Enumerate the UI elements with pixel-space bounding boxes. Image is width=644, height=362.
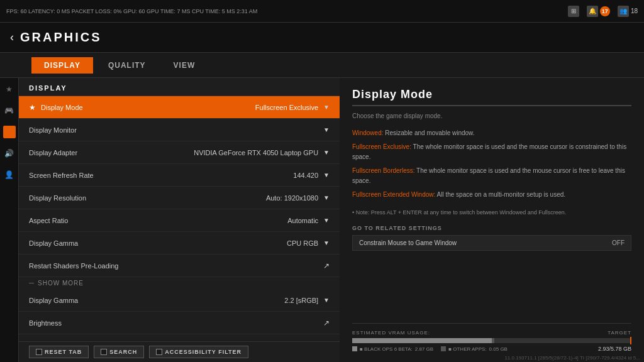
- vram-other-value: 0.05 GB: [489, 346, 508, 352]
- vram-other-dot: [441, 346, 446, 351]
- bell-badge: 17: [600, 6, 610, 16]
- header: ‹ GRAPHICS: [0, 23, 644, 53]
- fullscreen-extended-label: Fullscreen Extended Window:: [352, 191, 435, 198]
- vram-black-ops-label: ■ BLACK OPS 6 BETA:: [360, 346, 413, 352]
- settings-bottom: RESET TABSEARCHACCESSIBILITY FILTER: [19, 341, 340, 362]
- settings-row-label: Display Gamma: [29, 239, 287, 247]
- settings-row-label: Display Mode: [41, 104, 255, 111]
- main-content: ★🎮✏🔊👤 DISPLAY ★Display ModeFullscreen Ex…: [0, 78, 644, 362]
- vram-target-label: TARGET: [608, 330, 631, 336]
- tab-view[interactable]: VIEW: [161, 57, 208, 74]
- fullscreen-exclusive-label: Fullscreen Exclusive:: [352, 143, 411, 150]
- settings-row[interactable]: Display Monitor▼: [19, 119, 340, 141]
- accessibility-button[interactable]: ACCESSIBILITY FILTER: [149, 346, 248, 358]
- star-icon: ★: [29, 103, 36, 112]
- action-icon[interactable]: ↗: [323, 261, 330, 270]
- settings-row[interactable]: Display AdapterNVIDIA GeForce RTX 4050 L…: [19, 141, 340, 164]
- settings-row[interactable]: Screen Refresh Rate144.420▼: [19, 164, 340, 187]
- top-bar-right: ⊞ 🔔 17 👥 18: [568, 6, 638, 17]
- accessibility-checkbox: [156, 349, 162, 355]
- section-title: DISPLAY: [19, 78, 340, 96]
- vram-legend: ■ BLACK OPS 6 BETA: 2.87 GB ■ OTHER APPS…: [352, 346, 631, 352]
- reset-button[interactable]: RESET TAB: [29, 346, 89, 358]
- info-title: Display Mode: [352, 88, 631, 106]
- fullscreen-extended-desc: Fullscreen Extended Window: All the spac…: [352, 190, 631, 200]
- windowed-label: Windowed:: [352, 129, 383, 136]
- vram-estimated-label: ESTIMATED VRAM USAGE:: [352, 330, 430, 336]
- search-checkbox: [101, 349, 107, 355]
- related-row[interactable]: Constrain Mouse to Game WindowOFF: [352, 235, 631, 251]
- tab-quality[interactable]: QUALITY: [96, 57, 158, 74]
- settings-row-value: CPU RGB: [287, 239, 318, 247]
- version-text: 11.0.193711.1 [285/5(28/72-1)-4] TI [290…: [501, 354, 644, 362]
- vram-fill-other: [492, 338, 494, 343]
- settings-row[interactable]: ★Display ModeFullscreen Exclusive▼: [19, 96, 340, 119]
- vram-other-item: ■ OTHER APPS: 0.05 GB: [441, 346, 508, 352]
- sidebar-icons: ★🎮✏🔊👤: [0, 78, 19, 362]
- vram-fill-black-ops: [352, 338, 492, 343]
- settings-row-label: Restart Shaders Pre-Loading: [29, 262, 323, 270]
- sidebar-icon-star[interactable]: ★: [3, 83, 16, 96]
- dropdown-arrow-icon: ▼: [323, 149, 330, 156]
- sidebar-icon-sound[interactable]: 🔊: [3, 147, 16, 160]
- settings-row-label: Display Adapter: [29, 149, 194, 156]
- bell-icon[interactable]: 🔔: [587, 6, 598, 17]
- fullscreen-borderless-desc: Fullscreen Borderless: The whole monitor…: [352, 166, 631, 186]
- fullscreen-borderless-label: Fullscreen Borderless:: [352, 167, 414, 174]
- settings-row-value: Auto: 1920x1080: [266, 194, 318, 202]
- vram-labels: ESTIMATED VRAM USAGE: TARGET: [352, 330, 631, 336]
- settings-row-label: Brightness: [29, 319, 323, 327]
- page-title: GRAPHICS: [20, 30, 102, 45]
- show-more-text: SHOW MORE: [38, 280, 84, 287]
- sidebar-icon-person[interactable]: 👤: [3, 168, 16, 181]
- show-more[interactable]: SHOW MORE: [19, 277, 340, 289]
- vram-other-label: ■ OTHER APPS:: [448, 346, 486, 352]
- settings-row-value: NVIDIA GeForce RTX 4050 Laptop GPU: [194, 149, 318, 156]
- grid-icon[interactable]: ⊞: [568, 6, 579, 17]
- info-panel: Display Mode Choose the game display mod…: [340, 78, 644, 362]
- sidebar-icon-edit[interactable]: ✏: [3, 126, 16, 138]
- settings-row-label: Screen Refresh Rate: [29, 172, 293, 179]
- settings-row[interactable]: Aspect RatioAutomatic▼: [19, 209, 340, 232]
- settings-row-value: 144.420: [293, 172, 318, 179]
- related-row-label: Constrain Mouse to Game Window: [359, 239, 612, 246]
- reset-checkbox: [36, 349, 42, 355]
- top-bar: FPS: 60 LATENCY: 0 MS PACKET LOSS: 0% GP…: [0, 0, 644, 23]
- settings-row-label: Display Monitor: [29, 126, 323, 134]
- vram-bar: [352, 338, 631, 343]
- settings-row-label: Display Gamma: [29, 297, 284, 304]
- settings-row[interactable]: Display GammaCPU RGB▼: [19, 232, 340, 255]
- show-more-line: [29, 283, 34, 283]
- settings-row-label: Aspect Ratio: [29, 217, 287, 224]
- settings-row[interactable]: NVIDIA Reflex Low LatencyOn▼: [19, 334, 340, 341]
- dropdown-arrow-icon: ▼: [323, 172, 330, 178]
- action-icon[interactable]: ↗: [323, 319, 330, 327]
- fullscreen-extended-text: All the space on a multi-monitor setup i…: [435, 191, 565, 198]
- settings-row[interactable]: Display ResolutionAuto: 1920x1080▼: [19, 187, 340, 209]
- tab-navigation: DISPLAYQUALITYVIEW: [0, 53, 644, 78]
- vram-total: 2.93/5.78 GB: [598, 346, 631, 352]
- settings-list: ★Display ModeFullscreen Exclusive▼Displa…: [19, 96, 340, 341]
- search-button[interactable]: SEARCH: [94, 346, 144, 358]
- users-count: 18: [631, 8, 638, 14]
- settings-row[interactable]: Brightness↗: [19, 312, 340, 334]
- vram-black-ops-dot: [352, 346, 357, 351]
- settings-row-value: 2.2 [sRGB]: [284, 297, 318, 304]
- dropdown-arrow-icon: ▼: [323, 297, 330, 304]
- related-settings-title: GO TO RELATED SETTINGS: [352, 225, 631, 231]
- stats-text: FPS: 60 LATENCY: 0 MS PACKET LOSS: 0% GP…: [6, 8, 568, 14]
- settings-panel: DISPLAY ★Display ModeFullscreen Exclusiv…: [19, 78, 340, 362]
- settings-row-value: Fullscreen Exclusive: [255, 104, 318, 111]
- back-button[interactable]: ‹: [10, 31, 14, 44]
- related-row-value: OFF: [612, 239, 625, 246]
- dropdown-arrow-icon: ▼: [323, 126, 330, 133]
- settings-row[interactable]: Restart Shaders Pre-Loading↗: [19, 255, 340, 277]
- windowed-desc: Windowed: Resizable and movable window.: [352, 128, 631, 138]
- tab-display[interactable]: DISPLAY: [31, 57, 93, 74]
- bell-group: 🔔 17: [587, 6, 610, 17]
- dropdown-arrow-icon: ▼: [323, 239, 330, 246]
- vram-black-ops-item: ■ BLACK OPS 6 BETA: 2.87 GB: [352, 346, 433, 352]
- sidebar-icon-joystick[interactable]: 🎮: [3, 104, 16, 117]
- settings-row-label: Display Resolution: [29, 194, 266, 202]
- settings-row[interactable]: Display Gamma2.2 [sRGB]▼: [19, 289, 340, 312]
